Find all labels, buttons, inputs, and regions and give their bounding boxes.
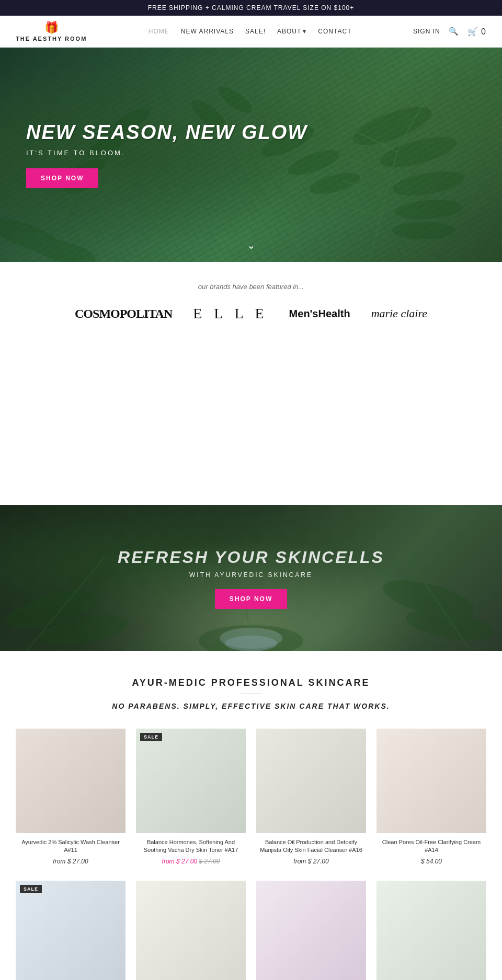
product-card: Ayurvedic 2% Salicylic Wash Cleanser A#1… — [16, 729, 126, 865]
featured-section: our brands have been featured in... COSM… — [0, 262, 502, 338]
nav-about[interactable]: ABOUT ▾ — [277, 28, 306, 35]
brands-row: COSMOPOLITAN E L L E Men'sHealth marie c… — [10, 300, 492, 327]
svg-point-9 — [394, 197, 464, 222]
second-hero-content: REFRESH YOUR SKINCELLS WITH AYURVEDIC SK… — [118, 548, 384, 609]
svg-point-10 — [392, 222, 455, 239]
product-price: from $ 27.00 — [293, 858, 328, 865]
second-hero-title: REFRESH YOUR SKINCELLS — [118, 548, 384, 567]
site-header: 🎁 THE AESTHY ROOM HOME NEW ARRIVALS SALE… — [0, 16, 502, 48]
products-section: AYUR-MEDIC PROFESSIONAL SKINCARE NO PARA… — [0, 651, 502, 980]
product-image[interactable]: SALE — [16, 881, 126, 980]
product-image[interactable] — [256, 729, 366, 833]
products-grid-row2: SALE Combination Oily/Dehydrated Skin Gl… — [16, 881, 486, 980]
hero-section: NEW SEASON, NEW GLOW IT'S TIME TO BLOOM.… — [0, 48, 502, 262]
second-hero-section: REFRESH YOUR SKINCELLS WITH AYURVEDIC SK… — [0, 505, 502, 651]
featured-label: our brands have been featured in... — [10, 283, 492, 291]
product-name: Balance Oil Production and Detoxify Manj… — [256, 838, 366, 855]
sale-badge: SALE — [20, 885, 42, 893]
brand-elle: E L L E — [193, 305, 268, 322]
product-image[interactable] — [376, 881, 486, 980]
logo-icon: 🎁 — [44, 21, 59, 34]
nav-home[interactable]: HOME — [149, 28, 169, 35]
hero-subtitle: IT'S TIME TO BLOOM. — [26, 149, 307, 157]
product-name: Clean Pores Oil-Free Clarifying Cream #A… — [376, 838, 486, 855]
logo-text: THE AESTHY ROOM — [16, 36, 87, 42]
product-image[interactable] — [256, 881, 366, 980]
announcement-bar: FREE SHIPPING + CALMING CREAM TRAVEL SIZ… — [0, 0, 502, 16]
product-price: from $ 27.00 — [53, 858, 88, 865]
product-price: $ 54.00 — [421, 858, 442, 865]
sale-badge: SALE — [140, 733, 162, 741]
svg-point-22 — [225, 636, 277, 651]
product-name: Ayurvedic 2% Salicylic Wash Cleanser A#1… — [16, 838, 126, 855]
product-price: from $ 27.00 $ 27.00 — [162, 858, 220, 865]
original-price: $ 27.00 — [199, 858, 220, 865]
product-image[interactable] — [16, 729, 126, 833]
product-image[interactable]: SALE — [136, 729, 246, 833]
logo[interactable]: 🎁 THE AESTHY ROOM — [16, 21, 87, 42]
brand-marieclaire: marie claire — [371, 307, 427, 320]
product-card: Exfoliating Resurfacing Toner For Acne #… — [376, 881, 486, 980]
second-hero-subtitle: WITH AYURVEDIC SKINCARE — [118, 571, 384, 579]
header-right: SIGN IN 🔍 🛒 0 — [413, 27, 486, 37]
cart-count: 0 — [481, 27, 486, 36]
hero-content: NEW SEASON, NEW GLOW IT'S TIME TO BLOOM.… — [0, 121, 334, 188]
main-nav: HOME NEW ARRIVALS SALE! ABOUT ▾ CONTACT — [149, 28, 352, 35]
announcement-text: FREE SHIPPING + CALMING CREAM TRAVEL SIZ… — [148, 4, 355, 11]
chevron-down-icon: ▾ — [303, 28, 306, 35]
products-divider — [241, 694, 261, 694]
nav-sale[interactable]: SALE! — [245, 28, 266, 35]
products-subtitle: NO PARABENS. SIMPLY, EFFECTIVE SKIN CARE… — [16, 702, 486, 710]
product-image[interactable] — [136, 881, 246, 980]
brand-cosmopolitan: COSMOPOLITAN — [75, 307, 172, 321]
cart-icon[interactable]: 🛒 0 — [467, 27, 486, 37]
product-card: Exfoliate and Polish Skin Texture Orange… — [256, 881, 366, 980]
product-card: SALE Combination Oily/Dehydrated Skin Gl… — [16, 881, 126, 980]
hero-scroll-arrow: ⌄ — [247, 239, 256, 251]
product-image[interactable] — [376, 729, 486, 833]
product-card: Deeply Purify Follicles And Sebum Absorb… — [136, 881, 246, 980]
hero-shop-now-button[interactable]: SHOP NOW — [26, 168, 98, 188]
nav-contact[interactable]: CONTACT — [318, 28, 351, 35]
sale-price: from $ 27.00 — [162, 858, 197, 865]
sign-in-link[interactable]: SIGN IN — [413, 28, 440, 35]
svg-point-8 — [391, 167, 467, 200]
brand-menshealth: Men'sHealth — [289, 308, 350, 320]
product-name: Balance Hormones, Softening And Soothing… — [136, 838, 246, 855]
svg-point-5 — [215, 83, 256, 118]
search-icon[interactable]: 🔍 — [449, 27, 459, 36]
products-title: AYUR-MEDIC PROFESSIONAL SKINCARE — [16, 677, 486, 688]
hero-title: NEW SEASON, NEW GLOW — [26, 121, 307, 144]
product-card: Clean Pores Oil-Free Clarifying Cream #A… — [376, 729, 486, 865]
second-hero-shop-now-button[interactable]: SHOP NOW — [215, 589, 287, 609]
product-card: SALE Balance Hormones, Softening And Soo… — [136, 729, 246, 865]
nav-new-arrivals[interactable]: NEW ARRIVALS — [181, 28, 234, 35]
products-grid-row1: Ayurvedic 2% Salicylic Wash Cleanser A#1… — [16, 729, 486, 865]
content-spacer — [0, 338, 502, 505]
product-card: Balance Oil Production and Detoxify Manj… — [256, 729, 366, 865]
